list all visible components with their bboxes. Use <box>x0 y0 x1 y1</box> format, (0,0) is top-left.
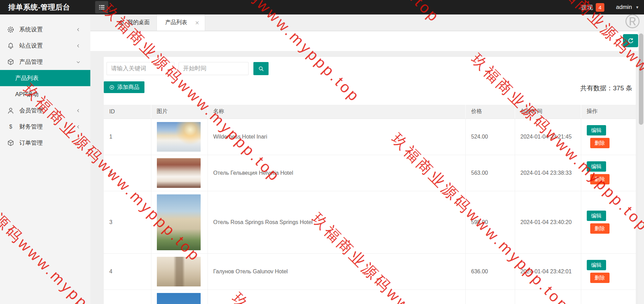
add-product-label: 添加商品 <box>117 84 139 91</box>
sidebar-item-产品列表[interactable]: 产品列表 <box>0 70 90 86</box>
hamburger-menu-button[interactable] <box>95 1 108 13</box>
cell-id <box>104 290 151 304</box>
caret-down-icon[interactable]: ▼ <box>635 5 639 9</box>
product-image-snowy-resort-sunrise <box>157 122 201 152</box>
cell-created <box>515 290 581 304</box>
sidebar-item-订单管理[interactable]: 订单管理 <box>0 135 90 151</box>
cell-image <box>151 290 208 304</box>
cell-name: Отель Rosa Springs Rosa Springs Hotel <box>208 191 465 253</box>
tab-产品列表[interactable]: 产品列表 × <box>157 14 205 31</box>
edit-button[interactable]: 编辑 <box>587 211 606 221</box>
table-row: 2 Отель Гельвеция Helvetia Hotel 563.00 … <box>104 155 636 191</box>
refresh-button[interactable] <box>623 34 638 47</box>
cell-price: 563.00 <box>465 155 515 191</box>
cell-actions: 编辑 删除 <box>581 155 636 191</box>
gear-icon <box>7 26 14 33</box>
column-header: 图片 <box>151 105 208 119</box>
cell-actions: 编辑 删除 <box>581 191 636 253</box>
cell-created: 2024-01-04 23:21:45 <box>515 119 581 155</box>
cell-image <box>151 191 208 253</box>
table-body: 1 Wilderness Hotel Inari 524.00 2024-01-… <box>104 119 636 304</box>
cell-id: 2 <box>104 155 151 191</box>
cell-image <box>151 253 208 290</box>
search-button[interactable] <box>253 62 269 75</box>
column-header: 名称 <box>208 105 465 119</box>
delete-button[interactable]: 删除 <box>590 138 610 148</box>
app-title: 排单系统-管理后台 <box>0 2 70 12</box>
product-table: ID图片名称价格创建时间操作 1 Wilderness Hotel Inari … <box>104 105 636 304</box>
tab-我的桌面[interactable]: 我的桌面 <box>111 14 157 31</box>
cell-actions: 编辑 删除 <box>581 253 636 290</box>
plus-circle-icon <box>109 84 115 90</box>
cell-name: Отель Гельвеция Helvetia Hotel <box>208 155 465 191</box>
product-list-panel: 添加商品 共有数据：375 条 ID图片名称价格创建时间操作 1 Wildern… <box>104 57 636 304</box>
cell-image <box>151 119 208 155</box>
cell-id: 1 <box>104 119 151 155</box>
cell-id: 4 <box>104 253 151 290</box>
sidebar-item-站点设置[interactable]: 站点设置 <box>0 38 90 54</box>
cell-price: 636.00 <box>465 253 515 290</box>
column-header: 创建时间 <box>515 105 581 119</box>
edit-button[interactable]: 编辑 <box>587 260 606 270</box>
cell-name: Галунов Отель Galunov Hotel <box>208 253 465 290</box>
product-image-hotel-hallway <box>157 257 201 286</box>
cell-id: 3 <box>104 191 151 253</box>
cell-created: 2024-01-04 23:42:01 <box>515 253 581 290</box>
action-row: 添加商品 共有数据：375 条 <box>104 81 636 93</box>
cell-price <box>465 290 515 304</box>
table-header-row: ID图片名称价格创建时间操作 <box>104 105 636 119</box>
table-row: 1 Wilderness Hotel Inari 524.00 2024-01-… <box>104 119 636 155</box>
sidebar-item-label: 产品管理 <box>19 58 43 66</box>
withdraw-count-badge[interactable]: 4 <box>596 3 604 12</box>
product-image-hotel-room-interior <box>157 158 201 188</box>
sidebar-item-产品管理[interactable]: 产品管理 <box>0 54 90 70</box>
search-icon <box>258 65 264 72</box>
cell-actions: 编辑 删除 <box>581 290 636 304</box>
cube-icon <box>7 58 14 66</box>
sidebar-item-系统设置[interactable]: 系统设置 <box>0 21 90 38</box>
user-icon <box>7 107 14 114</box>
add-product-button[interactable]: 添加商品 <box>104 81 144 93</box>
chevron-left-icon <box>76 108 81 113</box>
sidebar: 系统设置 站点设置 产品管理 产品列表 APP滚动 会员管理 财务管理 <box>0 14 90 304</box>
scrollbar-thumb[interactable] <box>639 33 643 125</box>
cell-actions: 编辑 删除 <box>581 119 636 155</box>
tab-label: 我的桌面 <box>128 19 150 26</box>
delete-button[interactable]: 删除 <box>590 174 610 184</box>
cube-icon <box>7 139 14 147</box>
list-icon <box>98 3 105 11</box>
top-header-bar: 排单系统-管理后台 提现 4 admin ▼ <box>0 0 644 14</box>
withdraw-link[interactable]: 提现 <box>581 3 593 11</box>
product-image-blue-sky <box>157 293 201 304</box>
tab-label: 产品列表 <box>165 19 187 26</box>
column-header: ID <box>104 105 151 119</box>
column-header: 价格 <box>465 105 515 119</box>
cell-price: 524.00 <box>465 119 515 155</box>
edit-button[interactable]: 编辑 <box>587 125 606 135</box>
keyword-input[interactable] <box>107 62 174 75</box>
sidebar-item-APP滚动[interactable]: APP滚动 <box>0 86 90 102</box>
sidebar-item-会员管理[interactable]: 会员管理 <box>0 102 90 119</box>
sidebar-item-label: 系统设置 <box>19 26 43 33</box>
toolbar-strip <box>90 31 644 51</box>
close-icon[interactable]: × <box>195 19 199 26</box>
start-time-input[interactable] <box>179 62 249 75</box>
page-scrollbar[interactable] <box>638 14 644 304</box>
sidebar-item-财务管理[interactable]: 财务管理 <box>0 119 90 135</box>
dollar-icon <box>7 123 14 131</box>
chevron-down-icon <box>76 60 81 64</box>
column-header: 操作 <box>581 105 636 119</box>
delete-button[interactable]: 删除 <box>590 273 610 283</box>
username-dropdown[interactable]: admin <box>616 4 632 11</box>
sidebar-item-label: 财务管理 <box>19 123 43 131</box>
sidebar-nav: 系统设置 站点设置 产品管理 产品列表 APP滚动 会员管理 财务管理 <box>0 14 90 151</box>
edit-button[interactable]: 编辑 <box>587 161 606 172</box>
cell-name: Wilderness Hotel Inari <box>208 119 465 155</box>
home-icon <box>118 19 124 26</box>
delete-button[interactable]: 删除 <box>590 223 610 234</box>
refresh-icon <box>627 37 634 44</box>
product-image-hotel-building-mountains <box>157 194 201 250</box>
table-row: 编辑 删除 <box>104 290 636 304</box>
sidebar-item-label: APP滚动 <box>15 90 39 98</box>
sidebar-item-label: 站点设置 <box>19 42 43 50</box>
